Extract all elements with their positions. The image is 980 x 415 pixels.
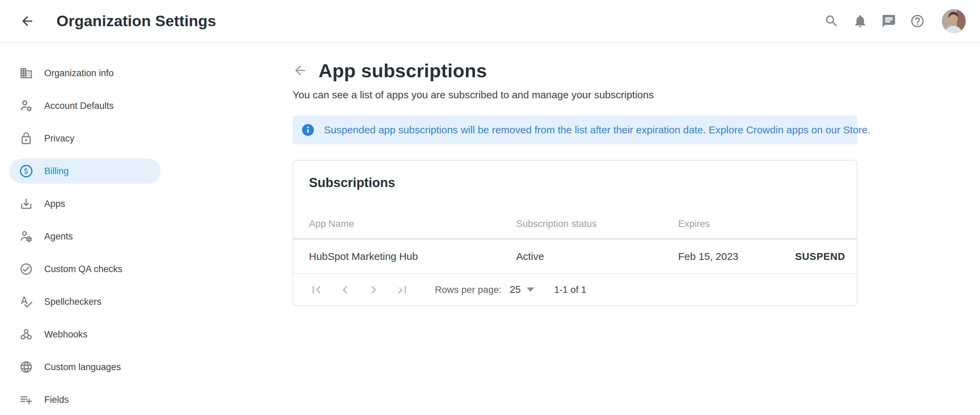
download-icon [19,197,33,211]
app-header: Organization Settings [0,0,980,43]
sidebar-item-label: Fields [44,394,69,405]
rows-per-page-value[interactable]: 25 [510,284,520,295]
page-subtitle: You can see a list of apps you are subsc… [293,89,654,101]
person-gear-icon [19,99,33,113]
rows-per-page-dropdown-icon[interactable] [527,288,534,292]
sidebar-item-label: Webhooks [44,329,88,340]
page-header-title: Organization Settings [56,12,216,30]
info-banner: Suspended app subscriptions will be remo… [293,116,858,144]
pagination-range-label: 1-1 of 1 [554,285,586,295]
sidebar-item-account-defaults[interactable]: Account Defaults [10,93,161,118]
sidebar-item-label: Organization info [44,68,114,79]
lock-icon [19,132,33,145]
page-title-row: App subscriptions [293,54,487,86]
column-header-subscription-status: Subscription status [516,218,678,229]
sidebar-item-custom-qa-checks[interactable]: Custom QA checks [10,256,161,281]
chevron-left-icon[interactable] [337,282,353,297]
sidebar-item-label: Custom languages [44,362,121,372]
settings-sidebar: Organization info Account Defaults Priva… [0,43,175,415]
column-header-expires: Expires [678,218,794,229]
suspend-button[interactable]: SUSPEND [795,251,845,262]
sidebar-item-organization-info[interactable]: Organization info [10,60,161,86]
pagination-bar: Rows per page: 25 1-1 of 1 [309,274,845,305]
header-back-arrow-icon[interactable] [20,14,35,29]
subscriptions-card: Subscriptions App Name Subscription stat… [293,160,858,306]
last-page-icon[interactable] [395,282,410,297]
help-icon[interactable] [910,14,925,29]
column-header-app-name: App Name [309,218,516,229]
sidebar-item-custom-languages[interactable]: Custom languages [10,355,161,380]
cell-subscription-status: Active [516,251,678,262]
sidebar-item-billing[interactable]: Billing [10,159,161,184]
dollar-circle-icon [19,164,33,178]
sidebar-item-agents[interactable]: Agents [10,224,161,249]
sidebar-item-label: Account Defaults [44,101,114,111]
sidebar-item-label: Billing [44,166,69,176]
search-icon[interactable] [824,14,839,29]
page-title: App subscriptions [318,59,487,82]
sidebar-item-label: Spellcheckers [44,297,102,307]
sidebar-item-label: Custom QA checks [44,264,123,275]
sidebar-item-fields[interactable]: Fields [10,387,161,412]
webhook-icon [19,328,33,341]
chevron-right-icon[interactable] [366,282,381,297]
sidebar-item-apps[interactable]: Apps [10,191,161,216]
table-row: HubSpot Marketing Hub Active Feb 15, 202… [309,240,845,273]
rows-per-page-label: Rows per page: [435,285,501,295]
messages-chat-icon[interactable] [881,14,896,29]
sidebar-item-spellcheckers[interactable]: Spellcheckers [10,289,161,314]
spellcheck-icon [19,295,33,308]
info-icon [301,124,314,137]
cell-expires: Feb 15, 2023 [678,251,794,262]
sidebar-item-label: Privacy [44,134,75,144]
sidebar-item-label: Agents [44,231,73,242]
cell-action: SUSPEND [794,251,845,262]
sidebar-item-privacy[interactable]: Privacy [10,126,161,151]
content-back-arrow-icon[interactable] [293,63,308,78]
table-header-row: App Name Subscription status Expires [309,214,845,233]
notifications-bell-icon[interactable] [853,14,868,29]
first-page-icon[interactable] [309,282,324,297]
playlist-add-icon [19,393,33,407]
building-icon [19,66,33,80]
sidebar-item-label: Apps [44,199,65,209]
header-actions [824,9,966,33]
user-avatar[interactable] [942,9,966,33]
sidebar-item-webhooks[interactable]: Webhooks [10,322,161,347]
globe-icon [19,360,33,374]
check-circle-icon [19,262,33,276]
person-cube-icon [19,230,33,243]
cell-app-name: HubSpot Marketing Hub [309,251,516,262]
subscriptions-card-title: Subscriptions [309,175,395,190]
info-banner-text[interactable]: Suspended app subscriptions will be remo… [324,124,870,136]
